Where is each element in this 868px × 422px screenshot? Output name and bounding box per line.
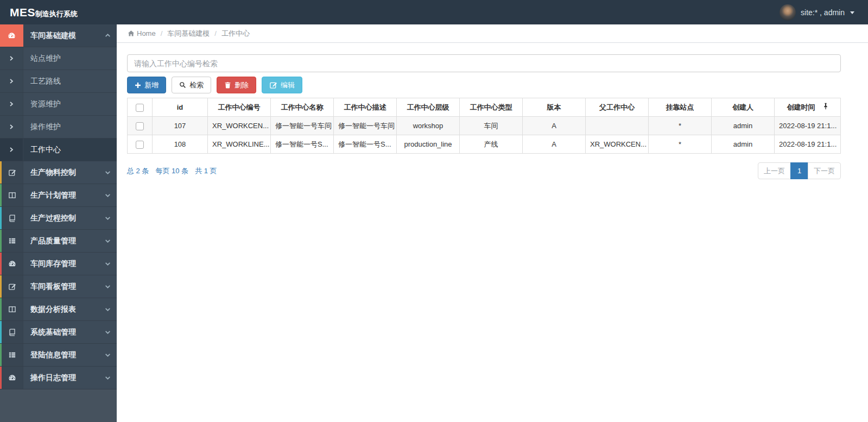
sidebar-item-icon-cell [0, 253, 23, 275]
table-header-checkbox-cell [128, 98, 153, 117]
app-logo[interactable]: MES制造执行系统 [0, 6, 117, 19]
chevron-cell [98, 24, 117, 47]
sidebar-item[interactable]: 生产计划管理 [0, 184, 117, 207]
sidebar-item[interactable]: 车间基础建模 [0, 24, 117, 47]
summary-pages: 共 1 页 [195, 166, 217, 176]
sidebar-item-icon-cell [0, 207, 23, 229]
table-header-cell: 创建时间 [775, 98, 841, 117]
table-cell: 修一智能一号S... [334, 135, 397, 154]
sidebar-item[interactable]: 车间看板管理 [0, 275, 117, 298]
breadcrumb-item[interactable]: Home [128, 29, 156, 37]
table-cell: admin [712, 135, 775, 154]
chevron-down-icon [105, 352, 111, 358]
sidebar-subitem-icon-cell [0, 93, 23, 115]
book-icon [8, 328, 16, 336]
plus-icon [135, 82, 141, 89]
table-cell: XR_WORKLINE... [208, 135, 271, 154]
sidebar-subitem[interactable]: 资源维护 [0, 93, 117, 116]
breadcrumb-item[interactable]: 车间基础建模 [167, 29, 210, 39]
list-icon [8, 351, 16, 359]
user-menu[interactable]: site:* , admin [780, 4, 868, 21]
table-cell: production_line [397, 135, 460, 154]
sidebar-item-label: 操作日志管理 [23, 367, 98, 389]
sidebar-subitem[interactable]: 工艺路线 [0, 70, 117, 93]
search-button[interactable]: 检索 [172, 77, 211, 93]
toolbar: 新增 检索 删除 编辑 [127, 77, 841, 93]
chevron-down-icon [105, 329, 111, 335]
sidebar-item-icon-cell [0, 344, 23, 366]
sidebar-subitem-icon-cell [0, 116, 23, 138]
sidebar-item[interactable]: 车间库存管理 [0, 253, 117, 275]
sidebar-item[interactable]: 数据分析报表 [0, 298, 117, 321]
sidebar-item[interactable]: 登陆信息管理 [0, 344, 117, 367]
sidebar-item-icon-cell [0, 161, 23, 184]
columns-icon [8, 305, 16, 313]
table-cell: 修一智能一号S... [271, 135, 334, 154]
table-cell: XR_WORKCEN... [208, 117, 271, 135]
select-all-checkbox[interactable] [136, 104, 144, 112]
chevron-right-icon [9, 78, 14, 84]
chevron-right-icon [9, 101, 14, 107]
delete-button-label: 删除 [235, 80, 249, 90]
sidebar-item[interactable]: 操作日志管理 [0, 367, 117, 389]
sidebar-subitem-label: 操作维护 [23, 116, 117, 138]
home-icon [128, 30, 135, 37]
search-input[interactable] [127, 54, 841, 72]
chevron-cell [98, 367, 117, 389]
sidebar-subitem[interactable]: 操作维护 [0, 116, 117, 138]
dashboard-icon [8, 32, 16, 40]
table-cell: 修一智能一号车间 [271, 117, 334, 135]
chevron-down-icon [105, 284, 111, 289]
table-row[interactable]: 107XR_WORKCEN...修一智能一号车间修一智能一号车间workshop… [128, 117, 841, 135]
table-cell: 修一智能一号车间 [334, 117, 397, 135]
table-header-cell: 工作中心层级 [397, 98, 460, 117]
delete-button[interactable]: 删除 [217, 77, 256, 93]
prev-page-button[interactable]: 上一页 [758, 162, 791, 179]
table-cell: 107 [153, 117, 208, 135]
avatar [780, 4, 796, 21]
row-checkbox-cell [128, 117, 153, 135]
table-cell: * [649, 117, 712, 135]
row-checkbox-cell [128, 135, 153, 154]
pin-icon[interactable] [823, 103, 828, 110]
edit-icon [269, 81, 277, 89]
sidebar-item-label: 车间看板管理 [23, 275, 98, 298]
add-button[interactable]: 新增 [127, 77, 166, 93]
chevron-right-icon [9, 124, 14, 130]
table-row[interactable]: 108XR_WORKLINE...修一智能一号S...修一智能一号S...pro… [128, 135, 841, 154]
table-header-cell: 版本 [523, 98, 586, 117]
chevron-cell [98, 161, 117, 184]
row-checkbox[interactable] [136, 141, 144, 149]
sidebar-subitem-label: 工艺路线 [23, 70, 117, 92]
row-checkbox[interactable] [136, 122, 144, 130]
chevron-cell [98, 184, 117, 206]
list-icon [8, 237, 16, 245]
summary-per-page: 每页 10 条 [155, 166, 188, 176]
user-label: site:* , admin [801, 8, 845, 17]
edit-button[interactable]: 编辑 [262, 77, 302, 93]
sidebar: 车间基础建模站点维护工艺路线资源维护操作维护工作中心生产物料控制生产计划管理生产… [0, 24, 117, 422]
sidebar-item-label: 数据分析报表 [23, 298, 98, 320]
sidebar-item-icon-cell [0, 275, 23, 298]
sidebar-item[interactable]: 生产物料控制 [0, 161, 117, 184]
breadcrumb-separator: / [156, 29, 168, 37]
sidebar-item-icon-cell [0, 184, 23, 206]
table-cell: XR_WORKCEN... [586, 135, 649, 154]
chevron-down-icon [105, 238, 111, 244]
current-page-button[interactable]: 1 [790, 162, 808, 179]
sidebar-item[interactable]: 产品质量管理 [0, 230, 117, 253]
chevron-right-icon [9, 147, 14, 153]
sidebar-subitem[interactable]: 工作中心 [0, 138, 117, 161]
table-header-cell: 创建人 [712, 98, 775, 117]
sidebar-subitem-icon-cell [0, 70, 23, 92]
sidebar-subitem[interactable]: 站点维护 [0, 47, 117, 70]
sidebar-item[interactable]: 生产过程控制 [0, 207, 117, 230]
sidebar-item-label: 产品质量管理 [23, 230, 98, 252]
add-button-label: 新增 [144, 80, 159, 90]
columns-icon [8, 191, 16, 199]
chevron-up-icon [105, 33, 111, 39]
next-page-button[interactable]: 下一页 [808, 162, 841, 179]
table-cell: * [649, 135, 712, 154]
chevron-down-icon [105, 261, 111, 267]
sidebar-item[interactable]: 系统基础管理 [0, 321, 117, 344]
